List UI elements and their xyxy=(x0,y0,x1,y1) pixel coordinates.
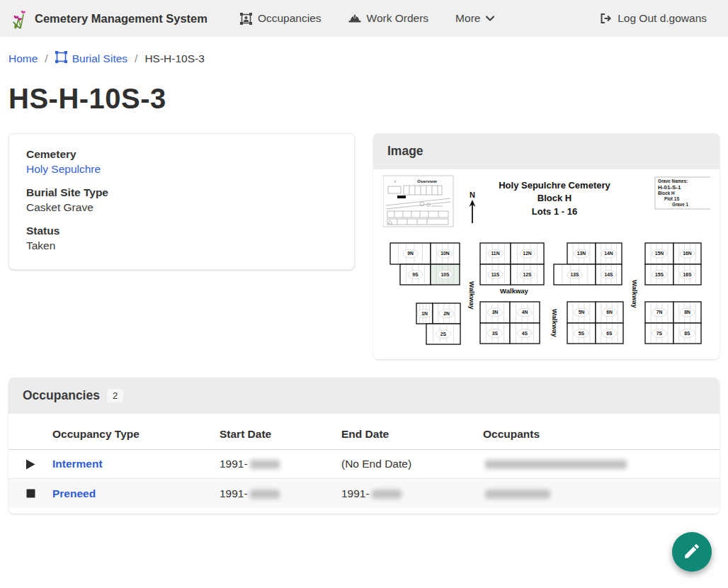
top-navbar: Cemetery Management System Occupancies W xyxy=(0,0,728,37)
plot-cell-label: 7S xyxy=(656,331,662,336)
plot-cell-label: 15N xyxy=(654,251,664,256)
tulip-logo-icon xyxy=(11,8,28,29)
logout-label: Log Out d.gowans xyxy=(618,12,707,25)
plot-cell-label: 5S xyxy=(578,331,584,336)
svg-text:N: N xyxy=(470,191,475,199)
svg-text:Block H: Block H xyxy=(658,191,675,196)
plot-cell-label: 8S xyxy=(684,331,690,336)
plot-cell-label: 3S xyxy=(491,331,498,336)
plot-cell-label: 6S xyxy=(606,331,613,336)
nav-item-label: Occupancies xyxy=(258,12,322,25)
walkway-label: Walkway xyxy=(500,287,528,295)
plot-cell-label: 5N xyxy=(578,310,584,315)
plot-cell-label: 1N xyxy=(421,311,428,316)
chevron-down-icon xyxy=(486,16,494,21)
occupancies-count-badge: 2 xyxy=(107,389,123,402)
redacted-occupants xyxy=(485,460,627,469)
nav-item-label: Work Orders xyxy=(367,12,429,25)
edit-fab-button[interactable] xyxy=(672,532,712,572)
occupancies-header: Occupancies 2 xyxy=(8,378,720,414)
plot-cell-label: 2S xyxy=(440,332,446,337)
occupants-cell xyxy=(483,458,720,470)
plot-cell-label: 2N xyxy=(443,311,450,316)
occupancy-type-cell: Preneed xyxy=(52,487,220,500)
breadcrumb-separator: / xyxy=(45,52,47,65)
plot-cell-label: 14N xyxy=(604,251,613,256)
field-label: Status xyxy=(26,225,337,237)
redacted-occupants xyxy=(485,490,550,499)
field-cemetery: Cemetery Holy Sepulchre xyxy=(26,148,337,176)
nav-item-occupancies[interactable]: Occupancies xyxy=(230,0,331,37)
breadcrumb-home-link[interactable]: Home xyxy=(8,52,38,65)
image-card: Image Overview i xyxy=(373,133,720,359)
plot-cell-label: 14S xyxy=(604,272,613,277)
breadcrumb-burial-sites-link[interactable]: Burial Sites xyxy=(55,51,127,66)
occupancies-card: Occupancies 2 Occupancy Type Start Date … xyxy=(8,378,720,514)
svg-text:Grave Names:: Grave Names: xyxy=(658,179,688,183)
map-title-line1: Holy Sepulchre Cemetery xyxy=(499,180,610,191)
plot-cell-label: 9N xyxy=(407,251,414,256)
table-row: Preneed1991-1991- xyxy=(8,479,720,508)
plot-cell-label: 9S xyxy=(412,272,419,277)
nav-item-more[interactable]: More xyxy=(445,0,504,37)
occupancies-table: Occupancy Type Start Date End Date Occup… xyxy=(8,414,720,514)
plot-cell-label: 7N xyxy=(656,310,662,315)
column-header-occupancy-type: Occupancy Type xyxy=(52,418,220,449)
column-header-end-date: End Date xyxy=(341,418,483,449)
occupancy-type-cell: Interment xyxy=(52,458,220,470)
plot-cell-label: 12S xyxy=(523,272,532,277)
nav-item-work-orders[interactable]: Work Orders xyxy=(339,0,439,37)
occupancies-icon xyxy=(240,13,252,25)
plot-cell-label: 13S xyxy=(570,272,579,277)
stop-icon xyxy=(25,488,36,499)
nav-item-logout[interactable]: Log Out d.gowans xyxy=(589,0,717,37)
start-date-cell: 1991- xyxy=(220,487,341,500)
table-header-row: Occupancy Type Start Date End Date Occup… xyxy=(8,418,720,450)
plot-cell-label: 4N xyxy=(521,310,528,315)
redacted-end-date xyxy=(372,490,402,499)
svg-text:H-01-S-1: H-01-S-1 xyxy=(658,184,681,191)
plot-cell-label: 11N xyxy=(491,251,499,256)
breadcrumb-burial-sites-label: Burial Sites xyxy=(72,52,127,65)
map-title-line2: Block H xyxy=(537,193,571,203)
plot-cell-label: 12N xyxy=(523,251,532,256)
plot-cell-label: 8N xyxy=(684,310,690,315)
walkway-label: Walkway xyxy=(551,309,559,337)
pencil-icon xyxy=(683,542,701,562)
plot-cell-label: 10N xyxy=(440,251,450,256)
column-header-occupants: Occupants xyxy=(483,418,720,449)
logout-icon xyxy=(599,13,612,24)
brand[interactable]: Cemetery Management System xyxy=(11,8,207,29)
plot-cell-label: 4S xyxy=(521,331,528,336)
cemetery-link[interactable]: Holy Sepulchre xyxy=(26,163,101,175)
plot-cell-label: 3N xyxy=(491,310,498,315)
image-card-title: Image xyxy=(387,144,423,159)
plot-cell-label: 16N xyxy=(683,251,692,256)
column-header-start-date: Start Date xyxy=(220,418,341,449)
end-date-cell: (No End Date) xyxy=(341,458,483,470)
plot-cell-label: 13N xyxy=(576,251,586,256)
plot-cell-label: 15S xyxy=(654,272,664,277)
redacted-start-date xyxy=(250,490,280,499)
svg-text:Overview: Overview xyxy=(417,179,437,183)
play-icon-cell xyxy=(8,459,52,470)
breadcrumb: Home / Burial Sites / HS-H-10S-3 xyxy=(0,37,728,76)
plot-cell-label: 10S xyxy=(440,272,450,277)
play-icon xyxy=(25,459,36,470)
stop-icon-cell xyxy=(8,488,52,499)
field-value: Taken xyxy=(26,239,337,252)
plot-cell-label: 6N xyxy=(606,310,613,315)
svg-text:Grave 1: Grave 1 xyxy=(672,202,689,207)
occupancy-type-link[interactable]: Preneed xyxy=(52,487,96,499)
plot-map-image[interactable]: Overview i xyxy=(383,172,710,349)
breadcrumb-current: HS-H-10S-3 xyxy=(144,52,204,65)
hard-hat-icon xyxy=(348,13,361,24)
occupants-cell xyxy=(483,487,720,500)
occupancy-type-link[interactable]: Interment xyxy=(52,458,103,470)
header-spacer xyxy=(8,424,52,443)
field-value: Casket Grave xyxy=(26,201,337,214)
burial-sites-icon xyxy=(55,51,67,66)
start-date-cell: 1991- xyxy=(220,458,341,470)
image-card-body: Overview i xyxy=(373,169,720,359)
field-label: Burial Site Type xyxy=(26,186,337,199)
